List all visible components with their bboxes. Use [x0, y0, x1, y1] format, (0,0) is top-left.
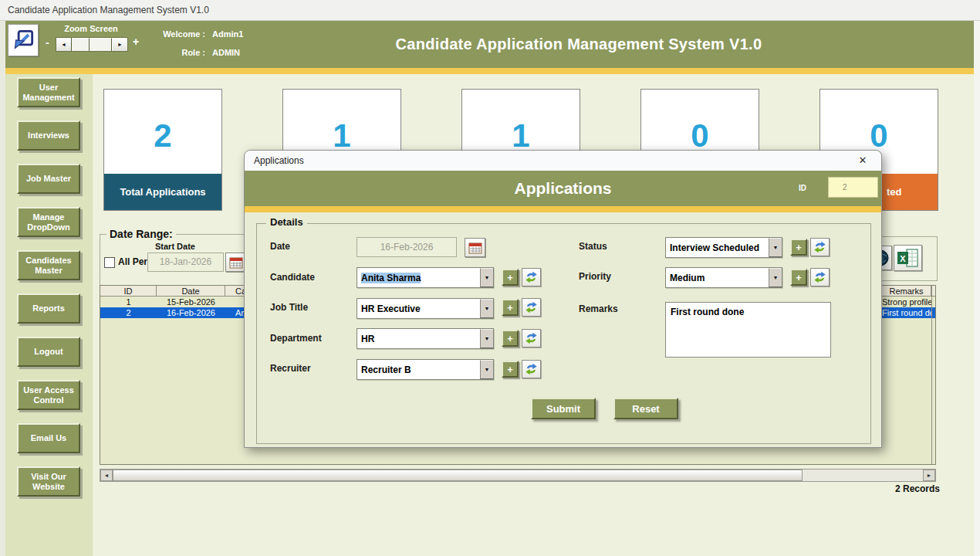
zoom-slider-thumb[interactable]	[72, 38, 90, 51]
cell-id: 2	[100, 307, 157, 318]
chevron-down-icon[interactable]: ▼	[480, 360, 493, 379]
column-header-id[interactable]: ID	[100, 286, 157, 296]
cell-remarks: Strong profile	[882, 297, 931, 307]
add-department-button[interactable]: +	[502, 330, 519, 347]
sidebar-item-user-management[interactable]: User Management	[17, 77, 80, 107]
sidebar-item-reports[interactable]: Reports	[17, 293, 80, 324]
excel-x-letter: X	[900, 254, 906, 263]
scroll-right-icon[interactable]: ►	[923, 470, 935, 481]
refresh-candidate-button[interactable]	[522, 268, 541, 286]
sidebar-item-manage-dropdown[interactable]: Manage DropDown	[17, 207, 80, 237]
job-title-label: Job Title	[270, 302, 308, 313]
department-value: HR	[357, 329, 480, 348]
horizontal-scrollbar[interactable]: ◄ ►	[100, 469, 936, 482]
zoom-slider[interactable]: ◄ ►	[56, 37, 128, 52]
calendar-icon	[229, 256, 243, 269]
sidebar-item-candidates-master[interactable]: Candidates Master	[17, 250, 80, 280]
status-label: Status	[579, 241, 607, 252]
candidate-combobox[interactable]: Anita Sharma ▼	[357, 267, 494, 288]
details-legend: Details	[266, 216, 307, 228]
sidebar-item-logout[interactable]: Logout	[17, 337, 80, 367]
zoom-in-label[interactable]: +	[133, 36, 139, 48]
sync-icon	[524, 331, 539, 345]
priority-combobox[interactable]: Medium ▼	[665, 267, 782, 288]
export-excel-button[interactable]: X	[894, 245, 922, 271]
job-title-combobox[interactable]: HR Executive ▼	[357, 298, 494, 319]
sync-icon	[524, 300, 539, 314]
stat-card-1-value: 2	[104, 90, 221, 174]
status-combobox[interactable]: Interview Scheduled ▼	[665, 237, 782, 258]
reset-button[interactable]: Reset	[613, 398, 678, 419]
record-count: 2 Records	[843, 483, 940, 494]
page-title: Candidate Application Management System …	[193, 36, 965, 53]
id-label: ID	[799, 171, 806, 206]
zoom-scroll-left-icon[interactable]: ◄	[56, 38, 72, 51]
window-left-edge	[0, 21, 5, 556]
department-combobox[interactable]: HR ▼	[357, 328, 494, 349]
column-header-remarks[interactable]: Remarks	[882, 286, 931, 296]
cell-id: 1	[100, 297, 157, 307]
column-header-date[interactable]: Date	[157, 286, 225, 296]
sync-icon	[813, 270, 827, 284]
chevron-down-icon[interactable]: ▼	[480, 329, 493, 348]
close-icon[interactable]: ✕	[851, 151, 874, 171]
date-range-legend: Date Range:	[106, 228, 176, 240]
recruiter-label: Recruiter	[270, 363, 311, 374]
refresh-department-button[interactable]	[522, 329, 541, 348]
sidebar-item-job-master[interactable]: Job Master	[17, 164, 80, 194]
refresh-recruiter-button[interactable]	[522, 360, 541, 378]
zoom-screen-label: Zoom Screen	[48, 24, 134, 33]
dialog-gold-divider	[245, 206, 881, 212]
date-input[interactable]: 16-Feb-2026	[357, 237, 457, 257]
zoom-slider-track[interactable]	[90, 38, 112, 51]
candidate-label: Candidate	[270, 272, 315, 283]
recruiter-combobox[interactable]: Recruiter B ▼	[357, 359, 494, 380]
dialog-banner: Applications	[245, 171, 881, 206]
remarks-textarea[interactable]: First round done	[665, 302, 831, 358]
add-priority-button[interactable]: +	[790, 269, 807, 286]
blue-arrows-icon	[12, 29, 34, 51]
refresh-priority-button[interactable]	[810, 268, 830, 286]
add-recruiter-button[interactable]: +	[502, 361, 519, 378]
all-period-checkbox[interactable]	[104, 257, 115, 268]
add-candidate-button[interactable]: +	[502, 269, 519, 286]
chevron-down-icon[interactable]: ▼	[480, 299, 493, 318]
sidebar-menu: User Management Interviews Job Master Ma…	[17, 77, 80, 497]
refresh-status-button[interactable]	[810, 238, 830, 256]
start-date-calendar-button[interactable]	[225, 253, 246, 272]
recruiter-value: Recruiter B	[357, 360, 480, 379]
app-logo-icon[interactable]	[8, 24, 39, 56]
cell-date: 16-Feb-2026	[157, 307, 225, 318]
dialog-title: Applications	[245, 171, 881, 206]
department-label: Department	[270, 333, 322, 344]
start-date-input[interactable]: 18-Jan-2026	[147, 253, 224, 272]
gold-divider	[5, 68, 974, 74]
chevron-down-icon[interactable]: ▼	[480, 268, 493, 287]
id-field[interactable]: 2	[828, 177, 878, 198]
zoom-out-label[interactable]: -	[46, 36, 49, 49]
stat-card-1-label: Total Applications	[104, 174, 221, 210]
scrollbar-thumb[interactable]	[113, 470, 803, 481]
sidebar-item-interviews[interactable]: Interviews	[17, 120, 80, 151]
refresh-job-title-button[interactable]	[522, 298, 541, 317]
sidebar-item-email-us[interactable]: Email Us	[17, 423, 80, 453]
sync-icon	[813, 240, 827, 254]
date-calendar-button[interactable]	[465, 238, 485, 257]
dialog-titlebar: Applications	[245, 151, 881, 171]
sync-icon	[524, 270, 539, 284]
chevron-down-icon[interactable]: ▼	[769, 268, 782, 287]
submit-button[interactable]: Submit	[531, 398, 596, 419]
applications-dialog: Applications ✕ Applications ID 2 Details…	[244, 150, 882, 448]
priority-label: Priority	[579, 271, 611, 282]
zoom-scroll-right-icon[interactable]: ►	[112, 38, 127, 51]
add-status-button[interactable]: +	[790, 239, 807, 256]
start-date-label: Start Date	[155, 242, 195, 251]
sidebar-item-visit-website[interactable]: Visit Our Website	[17, 466, 80, 497]
grid-column-divider	[931, 286, 932, 464]
sidebar-item-user-access-control[interactable]: User Access Control	[17, 380, 80, 410]
remarks-label: Remarks	[579, 303, 618, 314]
add-job-title-button[interactable]: +	[502, 299, 519, 316]
status-value: Interview Scheduled	[666, 238, 769, 257]
chevron-down-icon[interactable]: ▼	[769, 238, 782, 257]
scroll-left-icon[interactable]: ◄	[100, 470, 113, 481]
